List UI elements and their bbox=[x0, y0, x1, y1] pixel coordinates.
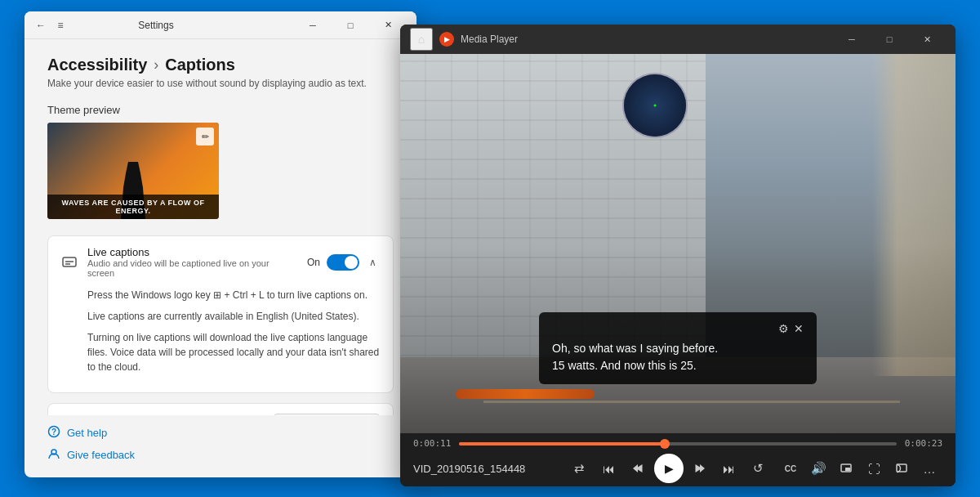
breadcrumb-separator: › bbox=[154, 56, 158, 74]
media-titlebar: ⌂ ▶ Media Player ─ □ ✕ bbox=[400, 25, 956, 54]
caption-style-select[interactable]: Default Small caps (copy) Large text Yel… bbox=[274, 414, 380, 415]
media-controls-bar: 0:00:11 0:00:23 VID_20190516_154448 ⇄ ⏮ … bbox=[400, 433, 956, 486]
maximize-button[interactable]: □ bbox=[332, 11, 369, 39]
live-captions-subtitle: Audio and video will be captioned live o… bbox=[87, 258, 297, 278]
toggle-status-label: On bbox=[307, 257, 320, 268]
caption-style-card: A Caption style Default Small caps (copy… bbox=[47, 403, 394, 415]
get-help-link[interactable]: ? Get help bbox=[47, 425, 394, 441]
minimize-button[interactable]: ─ bbox=[294, 11, 332, 39]
media-home-button[interactable]: ⌂ bbox=[410, 28, 433, 51]
cable-item bbox=[456, 389, 595, 399]
live-captions-info-1: Press the Windows logo key ⊞ + Ctrl + L … bbox=[87, 288, 380, 302]
caption-close-button[interactable]: ✕ bbox=[794, 322, 804, 335]
settings-footer: ? Get help Give feedback bbox=[24, 415, 416, 477]
progress-track[interactable] bbox=[459, 442, 896, 446]
fullscreen-button[interactable]: ⛶ bbox=[861, 455, 887, 481]
prev-track-button[interactable]: ⏮ bbox=[596, 455, 622, 481]
repeat-button[interactable]: ↺ bbox=[745, 455, 771, 481]
breadcrumb: Accessibility › Captions bbox=[47, 56, 394, 74]
theme-preview-edit-button[interactable]: ✏ bbox=[196, 128, 214, 146]
media-player-logo: ▶ bbox=[439, 32, 454, 47]
captions-button[interactable]: CC bbox=[777, 455, 804, 481]
give-feedback-icon bbox=[47, 447, 60, 463]
caption-overlay: ⚙ ✕ Oh, so what was I saying before. 15 … bbox=[539, 312, 817, 384]
home-icon: ⌂ bbox=[418, 33, 425, 46]
toggle-knob bbox=[345, 256, 358, 269]
settings-description: Make your device easier to use without s… bbox=[47, 78, 394, 89]
media-close-button[interactable]: ✕ bbox=[908, 25, 946, 54]
caption-line-1: Oh, so what was I saying before. bbox=[552, 342, 718, 355]
media-maximize-button[interactable]: □ bbox=[871, 25, 908, 54]
progress-thumb bbox=[660, 439, 670, 449]
hud-radar bbox=[622, 73, 688, 138]
caption-style-select-wrapper: Default Small caps (copy) Large text Yel… bbox=[274, 414, 380, 415]
theme-preview: Waves are caused by a flow of energy. ✏ bbox=[47, 123, 219, 219]
media-window-controls: ─ □ ✕ bbox=[833, 25, 946, 54]
svg-rect-9 bbox=[845, 468, 850, 471]
live-captions-title: Live captions bbox=[87, 246, 297, 258]
settings-content: Accessibility › Captions Make your devic… bbox=[24, 39, 416, 415]
live-captions-info-2: Live captions are currently available in… bbox=[87, 309, 380, 324]
controls-row: VID_20190516_154448 ⇄ ⏮ ▶ ⏭ ↺ CC 🔊 bbox=[413, 454, 942, 483]
rewind-button[interactable] bbox=[625, 455, 651, 481]
give-feedback-link[interactable]: Give feedback bbox=[47, 447, 394, 463]
play-pause-button[interactable]: ▶ bbox=[654, 454, 684, 483]
cast-button[interactable] bbox=[889, 455, 915, 481]
media-player-title: Media Player bbox=[461, 34, 826, 45]
volume-button[interactable]: 🔊 bbox=[805, 455, 831, 481]
live-captions-toggle[interactable] bbox=[327, 254, 359, 271]
filename-label: VID_20190516_154448 bbox=[413, 463, 560, 475]
pip-button[interactable] bbox=[833, 455, 859, 481]
right-controls: CC 🔊 ⛶ … bbox=[777, 455, 942, 481]
next-track-button[interactable]: ⏭ bbox=[716, 455, 742, 481]
time-current: 0:00:11 bbox=[413, 438, 451, 449]
get-help-label: Get help bbox=[67, 427, 107, 439]
caption-settings-button[interactable]: ⚙ bbox=[778, 322, 789, 335]
edit-pencil-icon: ✏ bbox=[202, 132, 209, 142]
give-feedback-label: Give feedback bbox=[67, 449, 135, 461]
live-captions-chevron[interactable]: ∧ bbox=[366, 255, 380, 270]
live-captions-row: Live captions Audio and video will be ca… bbox=[48, 236, 393, 288]
play-logo-icon: ▶ bbox=[444, 35, 450, 43]
caption-style-row: A Caption style Default Small caps (copy… bbox=[48, 404, 393, 415]
caption-text: Oh, so what was I saying before. 15 watt… bbox=[552, 340, 804, 374]
progress-bar-area: 0:00:11 0:00:23 bbox=[413, 438, 942, 449]
theme-preview-caption-text: Waves are caused by a flow of energy. bbox=[47, 195, 219, 219]
settings-window-title: Settings bbox=[24, 20, 294, 31]
time-total: 0:00:23 bbox=[905, 438, 942, 449]
live-captions-controls: On ∧ bbox=[307, 254, 380, 271]
fast-forward-button[interactable] bbox=[687, 455, 713, 481]
caption-overlay-header: ⚙ ✕ bbox=[552, 322, 804, 335]
media-video-area: 63 ⚙ ✕ Oh, so what was I s bbox=[400, 54, 956, 433]
shuffle-button[interactable]: ⇄ bbox=[567, 455, 593, 481]
breadcrumb-current: Captions bbox=[165, 56, 235, 74]
settings-window: ← ≡ Settings ─ □ ✕ Accessibility › Capti… bbox=[24, 11, 416, 477]
live-captions-card: Live captions Audio and video will be ca… bbox=[47, 235, 394, 393]
more-options-button[interactable]: … bbox=[916, 455, 942, 481]
live-captions-text: Live captions Audio and video will be ca… bbox=[87, 246, 297, 278]
get-help-icon: ? bbox=[47, 425, 60, 441]
caption-line-2: 15 watts. And now this is 25. bbox=[552, 359, 697, 372]
settings-titlebar: ← ≡ Settings ─ □ ✕ bbox=[24, 11, 416, 39]
theme-preview-label: Theme preview bbox=[47, 104, 394, 116]
live-captions-icon bbox=[61, 254, 78, 271]
svg-text:?: ? bbox=[51, 428, 56, 437]
progress-fill bbox=[459, 442, 665, 446]
table-surface bbox=[483, 401, 900, 403]
window-controls: ─ □ ✕ bbox=[294, 11, 407, 39]
live-captions-expanded-content: Press the Windows logo key ⊞ + Ctrl + L … bbox=[48, 288, 393, 392]
theme-preview-image: Waves are caused by a flow of energy. ✏ bbox=[47, 123, 219, 219]
desktop: ← ≡ Settings ─ □ ✕ Accessibility › Capti… bbox=[0, 0, 980, 497]
live-captions-info-3: Turning on live captions will download t… bbox=[87, 330, 380, 374]
media-player-window: ⌂ ▶ Media Player ─ □ ✕ bbox=[400, 25, 956, 486]
radar-dot bbox=[654, 105, 657, 107]
media-minimize-button[interactable]: ─ bbox=[833, 25, 871, 54]
breadcrumb-parent[interactable]: Accessibility bbox=[47, 56, 147, 74]
